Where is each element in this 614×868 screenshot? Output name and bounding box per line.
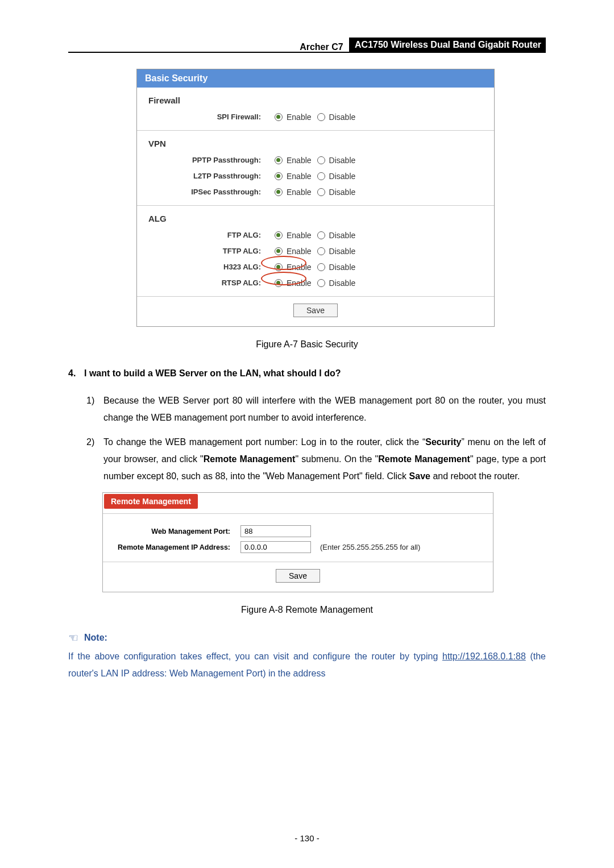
step-number: 2) [86, 434, 103, 485]
rtsp-disable-radio[interactable] [317, 279, 325, 287]
ipsec-disable-radio[interactable] [317, 188, 325, 196]
step-text: To change the WEB management port number… [103, 434, 546, 485]
step-text: Because the WEB Server port 80 will inte… [103, 392, 546, 427]
figure-caption-a7: Figure A-7 Basic Security [68, 339, 546, 350]
product-label: AC1750 Wireless Dual Band Gigabit Router [349, 38, 546, 52]
doc-header: Archer C7 AC1750 Wireless Dual Band Giga… [68, 38, 546, 52]
remote-ip-row: Remote Management IP Address: (Enter 255… [111, 540, 485, 555]
firewall-heading: Firewall [148, 95, 484, 105]
note-body: If the above configuration takes effect,… [68, 648, 546, 683]
remote-management-panel: Remote Management Web Management Port: R… [102, 492, 493, 592]
ipsec-enable-radio[interactable] [275, 188, 283, 196]
remote-ip-hint: (Enter 255.255.255.255 for all) [320, 540, 420, 555]
remote-management-title: Remote Management [104, 494, 198, 509]
step-number: 1) [86, 392, 103, 427]
question-4: 4. I want to build a WEB Server on the L… [68, 366, 546, 382]
tftp-alg-row: TFTP ALG: Enable Disable [147, 244, 484, 259]
enable-label: Enable [287, 169, 312, 184]
vpn-heading: VPN [148, 139, 484, 148]
spi-disable-radio[interactable] [317, 113, 325, 121]
enable-label: Enable [287, 276, 312, 290]
enable-label: Enable [287, 244, 312, 259]
ipsec-label: IPSec Passthrough: [147, 185, 271, 200]
tftp-enable-radio[interactable] [275, 247, 283, 255]
pptp-enable-radio[interactable] [275, 156, 283, 164]
enable-label: Enable [287, 260, 312, 275]
tftp-alg-label: TFTP ALG: [147, 244, 271, 259]
ftp-alg-row: FTP ALG: Enable Disable [147, 228, 484, 243]
web-port-row: Web Management Port: [111, 524, 485, 539]
ftp-enable-radio[interactable] [275, 231, 283, 239]
enable-label: Enable [287, 153, 312, 168]
note-label: Note: [84, 633, 107, 643]
ftp-disable-radio[interactable] [317, 231, 325, 239]
spi-enable-radio[interactable] [275, 113, 283, 121]
tftp-disable-radio[interactable] [317, 247, 325, 255]
ftp-alg-label: FTP ALG: [147, 228, 271, 243]
h323-enable-radio[interactable] [275, 263, 283, 271]
h323-disable-radio[interactable] [317, 263, 325, 271]
question-number: 4. [68, 366, 84, 382]
l2tp-label: L2TP Passthrough: [147, 169, 271, 184]
l2tp-disable-radio[interactable] [317, 172, 325, 180]
basic-security-title: Basic Security [137, 69, 494, 88]
l2tp-row: L2TP Passthrough: Enable Disable [147, 169, 484, 184]
disable-label: Disable [329, 185, 356, 200]
remote-ip-input[interactable] [240, 541, 311, 553]
save-button[interactable]: Save [276, 569, 320, 583]
pptp-disable-radio[interactable] [317, 156, 325, 164]
basic-security-panel: Basic Security Firewall SPI Firewall: En… [136, 69, 495, 327]
remote-ip-label: Remote Management IP Address: [111, 540, 240, 555]
disable-label: Disable [329, 153, 356, 168]
web-port-label: Web Management Port: [111, 524, 240, 539]
disable-label: Disable [329, 260, 356, 275]
step-2: 2) To change the WEB management port num… [86, 434, 546, 485]
pointing-hand-icon: ☞ [68, 631, 78, 645]
rtsp-alg-label: RTSP ALG: [147, 276, 271, 290]
step-1: 1) Because the WEB Server port 80 will i… [86, 392, 546, 427]
enable-label: Enable [287, 110, 312, 124]
spi-firewall-label: SPI Firewall: [147, 110, 271, 124]
note-header: ☞ Note: [68, 631, 546, 645]
disable-label: Disable [329, 110, 356, 124]
disable-label: Disable [329, 276, 356, 290]
alg-heading: ALG [148, 214, 484, 223]
page-number: - 130 - [0, 833, 614, 843]
web-port-input[interactable] [240, 525, 311, 537]
h323-alg-label: H323 ALG: [147, 260, 271, 275]
router-url-link[interactable]: http://192.168.0.1:88 [442, 651, 526, 661]
ipsec-row: IPSec Passthrough: Enable Disable [147, 185, 484, 200]
l2tp-enable-radio[interactable] [275, 172, 283, 180]
enable-label: Enable [287, 228, 312, 243]
figure-caption-a8: Figure A-8 Remote Management [68, 605, 546, 615]
model-label: Archer C7 [300, 42, 343, 52]
h323-alg-row: H323 ALG: Enable Disable [147, 260, 484, 275]
rtsp-enable-radio[interactable] [275, 279, 283, 287]
rtsp-alg-row: RTSP ALG: Enable Disable [147, 276, 484, 290]
pptp-row: PPTP Passthrough: Enable Disable [147, 153, 484, 168]
question-text: I want to build a WEB Server on the LAN,… [84, 366, 546, 382]
pptp-label: PPTP Passthrough: [147, 153, 271, 168]
disable-label: Disable [329, 169, 356, 184]
disable-label: Disable [329, 228, 356, 243]
save-button[interactable]: Save [293, 304, 338, 317]
disable-label: Disable [329, 244, 356, 259]
spi-firewall-row: SPI Firewall: Enable Disable [147, 110, 484, 124]
enable-label: Enable [287, 185, 312, 200]
